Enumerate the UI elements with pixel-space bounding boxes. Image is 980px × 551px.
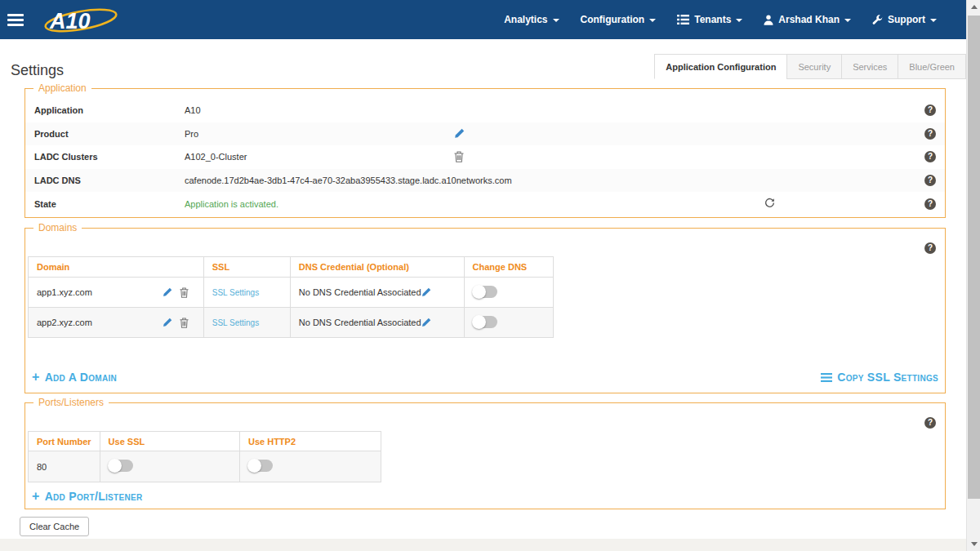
help-glyph: ? bbox=[928, 200, 933, 208]
help-glyph: ? bbox=[928, 106, 933, 114]
edit-icon[interactable] bbox=[421, 318, 456, 327]
help-icon[interactable]: ? bbox=[924, 104, 936, 116]
nav-tenants[interactable]: Tenants bbox=[677, 14, 742, 25]
ports-section: Ports/Listeners ? Port Number Use SSL Us… bbox=[24, 402, 946, 509]
column-header-port-number: Port Number bbox=[29, 432, 100, 451]
list-icon bbox=[677, 15, 689, 24]
nav-user[interactable]: Arshad Khan bbox=[764, 14, 851, 25]
column-header-domain: Domain bbox=[29, 257, 204, 278]
use-http2-toggle[interactable] bbox=[248, 460, 273, 472]
plus-icon: + bbox=[32, 489, 40, 504]
chevron-down-icon bbox=[930, 19, 937, 22]
svg-text:A10: A10 bbox=[49, 9, 91, 33]
nav-support-label: Support bbox=[888, 14, 925, 25]
application-rows: Application A10 ? Product Pro ? bbox=[25, 89, 945, 216]
tab-application-configuration[interactable]: Application Configuration bbox=[654, 54, 787, 79]
add-domain-label: Add A Domain bbox=[45, 371, 117, 384]
field-value: A10 bbox=[185, 105, 454, 115]
help-icon[interactable]: ? bbox=[924, 128, 936, 140]
delete-icon[interactable] bbox=[454, 151, 464, 162]
table-row: State Application is activated. ? bbox=[25, 192, 945, 216]
footer-strip bbox=[0, 539, 980, 551]
wrench-icon bbox=[872, 15, 883, 25]
nav-tenants-label: Tenants bbox=[694, 14, 731, 25]
user-icon bbox=[764, 15, 773, 25]
help-icon[interactable]: ? bbox=[924, 198, 936, 210]
nav-support[interactable]: Support bbox=[872, 14, 937, 25]
settings-tabs: Application Configuration Security Servi… bbox=[655, 54, 966, 79]
refresh-icon[interactable] bbox=[764, 198, 775, 208]
help-glyph: ? bbox=[928, 419, 933, 427]
application-section: Application Application A10 ? Product Pr… bbox=[24, 88, 946, 218]
edit-icon[interactable] bbox=[163, 287, 172, 297]
help-icon[interactable]: ? bbox=[924, 242, 936, 254]
add-port-listener-button[interactable]: + Add Port/Listener bbox=[32, 489, 142, 504]
chevron-down-icon bbox=[553, 19, 559, 22]
domains-section: Domains ? Domain SSL DNS Credential (Opt… bbox=[24, 228, 946, 393]
add-domain-button[interactable]: + Add A Domain bbox=[32, 370, 117, 384]
chevron-down-icon bbox=[649, 19, 656, 22]
copy-ssl-settings-label: Copy SSL Settings bbox=[837, 371, 938, 384]
table-row: app1.xyz.com bbox=[29, 278, 554, 308]
ssl-settings-link[interactable]: SSL Settings bbox=[212, 318, 259, 327]
dns-credential-text: No DNS Credential Associated bbox=[299, 287, 421, 297]
help-glyph: ? bbox=[928, 130, 933, 138]
main-content: Settings Application Configuration Secur… bbox=[0, 39, 966, 539]
ports-table: Port Number Use SSL Use HTTP2 80 bbox=[28, 431, 381, 482]
nav-analytics-label: Analytics bbox=[504, 14, 547, 25]
page-title: Settings bbox=[11, 62, 64, 79]
delete-icon[interactable] bbox=[180, 318, 189, 328]
column-header-change-dns: Change DNS bbox=[464, 257, 553, 278]
scrollbar-down-button[interactable] bbox=[967, 537, 980, 551]
ssl-settings-link[interactable]: SSL Settings bbox=[212, 288, 259, 297]
help-glyph: ? bbox=[928, 176, 933, 184]
hamburger-menu-icon[interactable] bbox=[7, 14, 24, 26]
table-row: LADC Clusters A102_0-Cluster ? bbox=[25, 145, 945, 169]
copy-ssl-settings-button[interactable]: Copy SSL Settings bbox=[821, 371, 938, 384]
help-glyph: ? bbox=[928, 244, 933, 252]
plus-icon: + bbox=[32, 370, 40, 384]
change-dns-toggle[interactable] bbox=[473, 316, 497, 328]
ports-legend: Ports/Listeners bbox=[33, 397, 109, 408]
port-number: 80 bbox=[29, 451, 100, 482]
clear-cache-button[interactable]: Clear Cache bbox=[20, 517, 89, 536]
edit-icon[interactable] bbox=[163, 318, 172, 327]
application-legend: Application bbox=[33, 82, 91, 94]
tab-security[interactable]: Security bbox=[786, 54, 842, 79]
change-dns-toggle[interactable] bbox=[473, 286, 497, 298]
column-header-ssl: SSL bbox=[203, 257, 290, 278]
chevron-down-icon bbox=[736, 19, 742, 22]
table-header-row: Domain SSL DNS Credential (Optional) Cha… bbox=[29, 257, 554, 278]
column-header-use-ssl: Use SSL bbox=[100, 432, 239, 451]
add-port-listener-label: Add Port/Listener bbox=[45, 490, 143, 503]
domains-table: Domain SSL DNS Credential (Optional) Cha… bbox=[28, 256, 554, 338]
table-row: Application A10 ? bbox=[25, 99, 945, 122]
scrollbar-up-button[interactable] bbox=[967, 0, 980, 14]
help-glyph: ? bbox=[928, 153, 933, 161]
field-label: LADC Clusters bbox=[25, 152, 185, 162]
field-label: State bbox=[25, 199, 185, 209]
edit-icon[interactable] bbox=[454, 128, 465, 139]
field-label: Application bbox=[25, 105, 185, 115]
tab-services[interactable]: Services bbox=[841, 54, 898, 79]
table-row: LADC DNS cafenode.17d2b4ae-3db1-47c4-ae7… bbox=[25, 169, 945, 193]
nav-analytics[interactable]: Analytics bbox=[504, 14, 559, 25]
nav-configuration[interactable]: Configuration bbox=[581, 14, 657, 25]
table-row: app2.xyz.com bbox=[29, 308, 554, 338]
help-icon[interactable]: ? bbox=[924, 175, 936, 186]
top-navbar: A10 Analytics Configuration Tenants bbox=[0, 0, 966, 39]
help-icon[interactable]: ? bbox=[924, 151, 936, 162]
help-icon[interactable]: ? bbox=[924, 417, 936, 429]
delete-icon[interactable] bbox=[180, 287, 189, 298]
use-ssl-toggle[interactable] bbox=[109, 460, 133, 472]
nav-user-label: Arshad Khan bbox=[778, 14, 840, 25]
domains-legend: Domains bbox=[33, 222, 82, 233]
a10-logo: A10 bbox=[38, 3, 120, 36]
field-value: A102_0-Cluster bbox=[185, 152, 454, 162]
scrollbar-thumb[interactable] bbox=[968, 16, 980, 499]
field-value: Pro bbox=[185, 129, 454, 139]
app-root: A10 Analytics Configuration Tenants bbox=[0, 0, 980, 551]
tab-blue-green[interactable]: Blue/Green bbox=[898, 54, 966, 79]
edit-icon[interactable] bbox=[421, 287, 456, 297]
vertical-scrollbar[interactable] bbox=[966, 0, 980, 551]
